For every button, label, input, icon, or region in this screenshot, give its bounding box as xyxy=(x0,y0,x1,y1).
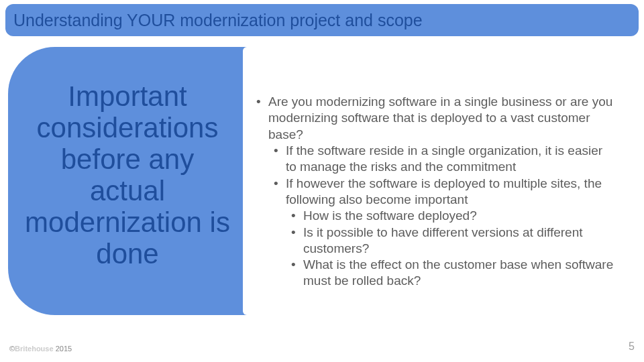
bullet-text: How is the software deployed? xyxy=(303,208,477,223)
content-panel: Are you modernizing software in a single… xyxy=(243,47,632,315)
bullet-text: If the software reside in a single organ… xyxy=(286,143,602,174)
list-item: If the software reside in a single organ… xyxy=(274,143,616,176)
left-heading: Important considerations before any actu… xyxy=(20,80,235,269)
footer-year: 2015 xyxy=(56,345,72,353)
copyright-symbol: © xyxy=(9,345,15,353)
bullet-text: Is it possible to have different version… xyxy=(303,225,582,255)
list-item: If however the software is deployed to m… xyxy=(274,176,616,290)
page-number: 5 xyxy=(629,341,635,353)
title-bar: Understanding YOUR modernization project… xyxy=(5,4,639,36)
footer-copyright: ©Britehouse 2015 xyxy=(9,345,72,353)
list-item: How is the software deployed? xyxy=(291,208,616,224)
slide: Understanding YOUR modernization project… xyxy=(0,0,644,362)
bullet-text: If however the software is deployed to m… xyxy=(286,176,602,206)
bullet-list: Are you modernizing software in a single… xyxy=(256,94,616,290)
list-item: Is it possible to have different version… xyxy=(291,225,616,257)
list-item: Are you modernizing software in a single… xyxy=(256,94,616,290)
list-item: What is the effect on the customer base … xyxy=(291,257,616,290)
slide-title: Understanding YOUR modernization project… xyxy=(13,11,423,30)
bullet-text: What is the effect on the customer base … xyxy=(303,257,613,288)
brand-ghost: Britehouse xyxy=(15,345,53,353)
bullet-text: Are you modernizing software in a single… xyxy=(268,95,612,141)
